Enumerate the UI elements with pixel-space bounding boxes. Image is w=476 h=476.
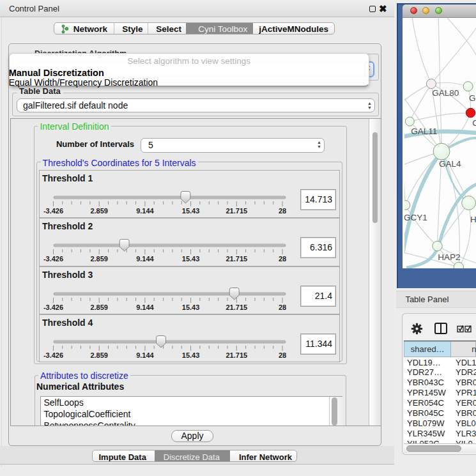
svg-text:21.715: 21.715: [226, 303, 247, 311]
svg-text:2.859: 2.859: [90, 351, 108, 359]
svg-text:HAP2: HAP2: [438, 252, 460, 262]
svg-text:28: 28: [279, 255, 286, 263]
svg-text:15.43: 15.43: [182, 255, 200, 263]
svg-text:-3.426: -3.426: [43, 255, 63, 263]
svg-text:9.144: 9.144: [136, 207, 154, 215]
svg-text:9.144: 9.144: [136, 303, 154, 311]
svg-text:-3.426: -3.426: [43, 303, 63, 311]
svg-text:H: H: [470, 215, 476, 224]
svg-text:15.43: 15.43: [182, 351, 200, 359]
svg-text:9.144: 9.144: [136, 255, 154, 263]
svg-text:21.715: 21.715: [226, 351, 247, 359]
svg-text:21.715: 21.715: [226, 255, 247, 263]
svg-text:28: 28: [279, 303, 286, 311]
svg-text:GAL4: GAL4: [439, 159, 461, 169]
svg-text:28: 28: [279, 351, 286, 359]
svg-text:-3.426: -3.426: [43, 351, 63, 359]
svg-text:21.715: 21.715: [226, 207, 247, 215]
svg-text:2.859: 2.859: [90, 303, 108, 311]
svg-text:9.144: 9.144: [136, 351, 154, 359]
svg-text:28: 28: [279, 207, 286, 215]
svg-text:-3.426: -3.426: [43, 207, 63, 215]
svg-text:GAL11: GAL11: [411, 127, 437, 136]
svg-text:2.859: 2.859: [90, 207, 108, 215]
svg-text:C: C: [472, 118, 476, 127]
svg-text:2.859: 2.859: [90, 255, 108, 263]
svg-text:15.43: 15.43: [182, 303, 200, 311]
svg-text:G.: G.: [469, 93, 476, 102]
svg-text:GCY1: GCY1: [404, 213, 427, 222]
svg-text:15.43: 15.43: [182, 207, 200, 215]
svg-text:GAL80: GAL80: [432, 88, 459, 97]
